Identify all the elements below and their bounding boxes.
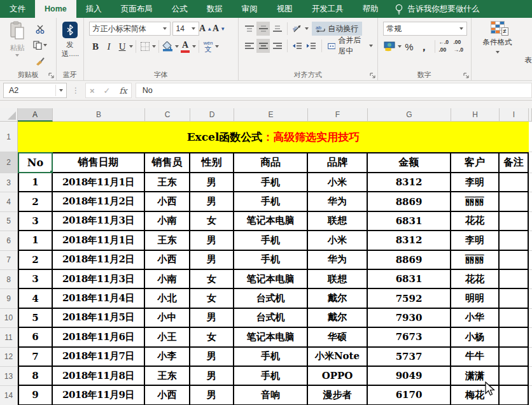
- borders-dropdown-arrow[interactable]: [152, 45, 156, 48]
- font-name-dropdown-arrow[interactable]: [163, 27, 167, 30]
- cell[interactable]: 台式机: [234, 289, 308, 308]
- cell[interactable]: 小王: [145, 328, 190, 347]
- cell[interactable]: 4: [18, 289, 53, 308]
- column-header-F[interactable]: F: [308, 108, 368, 122]
- column-header-A[interactable]: A: [18, 108, 53, 122]
- row-header-11[interactable]: 11: [0, 328, 18, 347]
- cell[interactable]: 7930: [368, 309, 451, 328]
- number-format-combobox[interactable]: 常规: [383, 22, 467, 36]
- cell[interactable]: 丽丽: [451, 192, 500, 211]
- cell[interactable]: 1: [18, 173, 53, 192]
- number-format-dropdown-arrow[interactable]: [459, 27, 463, 30]
- cell[interactable]: 戴尔: [308, 309, 368, 328]
- cell[interactable]: 李明: [451, 231, 500, 250]
- cell[interactable]: 明明: [451, 289, 500, 308]
- cell[interactable]: 笔记本电脑: [234, 270, 308, 289]
- row-header-13[interactable]: 13: [0, 367, 18, 386]
- cell[interactable]: OPPO: [308, 367, 368, 386]
- cell[interactable]: 2018年11月5日: [53, 309, 145, 328]
- align-right-button[interactable]: [270, 39, 284, 53]
- cell[interactable]: 小华: [451, 309, 500, 328]
- cell[interactable]: 男: [190, 192, 234, 211]
- cell[interactable]: 女: [190, 270, 234, 289]
- font-size-combobox[interactable]: 14: [172, 22, 199, 36]
- insert-function-button[interactable]: fx: [120, 86, 127, 96]
- cell[interactable]: 9049: [368, 367, 451, 386]
- cell[interactable]: 2018年11月1日: [53, 231, 145, 250]
- cell[interactable]: 漫步者: [308, 386, 368, 405]
- orientation-button[interactable]: ab: [291, 22, 304, 36]
- header-cell-品牌[interactable]: 品牌: [308, 152, 368, 173]
- cell[interactable]: 2018年11月7日: [53, 348, 145, 367]
- conditional-formatting-dropdown-arrow[interactable]: [496, 51, 500, 53]
- cell-offgrid[interactable]: [529, 289, 532, 308]
- cell[interactable]: [500, 367, 529, 386]
- copy-button[interactable]: [33, 38, 47, 52]
- formula-bar-grip[interactable]: ⋮: [72, 86, 80, 95]
- column-header-B[interactable]: B: [53, 108, 145, 122]
- cell[interactable]: 6170: [368, 386, 451, 405]
- cell[interactable]: 李明: [451, 173, 500, 192]
- cell[interactable]: 7673: [368, 328, 451, 347]
- tab-开发工具[interactable]: 开发工具: [302, 0, 353, 18]
- cell[interactable]: 小南: [145, 212, 190, 231]
- tab-审阅[interactable]: 审阅: [232, 0, 267, 18]
- alignment-dialog-launcher[interactable]: [370, 73, 376, 79]
- cell[interactable]: 3: [18, 212, 53, 231]
- cell[interactable]: [500, 289, 529, 308]
- cut-button[interactable]: [33, 22, 47, 36]
- cell[interactable]: [500, 309, 529, 328]
- comma-style-button[interactable]: ，: [417, 39, 431, 53]
- cell-offgrid[interactable]: [529, 251, 532, 270]
- cell[interactable]: 华硕: [308, 328, 368, 347]
- tab-Home[interactable]: Home: [35, 0, 76, 18]
- row-header-9[interactable]: 9: [0, 289, 18, 308]
- phonetic-guide-button[interactable]: wén文: [202, 39, 215, 53]
- column-header-H[interactable]: H: [451, 108, 500, 122]
- cell-offgrid[interactable]: [529, 367, 532, 386]
- fill-handle[interactable]: [50, 170, 53, 173]
- top-align-button[interactable]: [242, 22, 256, 36]
- clipboard-dialog-launcher[interactable]: [48, 73, 55, 79]
- sheet-title-cell[interactable]: Excel函数公式：高级筛选实用技巧: [18, 122, 529, 152]
- row-header-3[interactable]: 3: [0, 173, 18, 192]
- cell[interactable]: [500, 348, 529, 367]
- cell[interactable]: 2018年11月9日: [53, 386, 145, 405]
- increase-font-size-button[interactable]: A▲: [199, 22, 213, 36]
- cancel-button[interactable]: ×: [90, 86, 95, 96]
- cell[interactable]: 小米: [308, 173, 368, 192]
- row-header-6[interactable]: 6: [0, 231, 18, 250]
- cell[interactable]: 6: [18, 328, 53, 347]
- cell[interactable]: [500, 270, 529, 289]
- row-header-5[interactable]: 5: [0, 212, 18, 231]
- row-header-8[interactable]: 8: [0, 270, 18, 289]
- cell[interactable]: 花花: [451, 212, 500, 231]
- cell[interactable]: 6831: [368, 212, 451, 231]
- cell[interactable]: 女: [190, 289, 234, 308]
- row-header-14[interactable]: 14: [0, 386, 18, 405]
- header-cell-商品[interactable]: 商品: [234, 152, 308, 173]
- cell[interactable]: 2: [18, 192, 53, 211]
- cell[interactable]: 手机: [234, 231, 308, 250]
- select-all-button[interactable]: [0, 108, 18, 122]
- cell-offgrid[interactable]: [529, 348, 532, 367]
- cell[interactable]: 8: [18, 367, 53, 386]
- cell[interactable]: 花花: [451, 270, 500, 289]
- cell[interactable]: 台式机: [234, 309, 308, 328]
- font-name-combobox[interactable]: 方正小标宋简体: [89, 22, 171, 36]
- name-box[interactable]: A2: [3, 83, 67, 98]
- cell[interactable]: 2018年11月3日: [53, 270, 145, 289]
- cell[interactable]: 女: [190, 328, 234, 347]
- cell[interactable]: 2018年11月4日: [53, 289, 145, 308]
- decrease-indent-button[interactable]: [291, 39, 304, 53]
- cell[interactable]: 男: [190, 367, 234, 386]
- cell[interactable]: 女: [190, 212, 234, 231]
- cell[interactable]: 男: [190, 231, 234, 250]
- cell[interactable]: 联想: [308, 270, 368, 289]
- cell[interactable]: [500, 231, 529, 250]
- cell[interactable]: 3: [18, 270, 53, 289]
- cell-offgrid[interactable]: [529, 386, 532, 405]
- tab-文件[interactable]: 文件: [0, 0, 35, 18]
- header-cell-备注[interactable]: 备注: [500, 152, 529, 173]
- cell[interactable]: [500, 212, 529, 231]
